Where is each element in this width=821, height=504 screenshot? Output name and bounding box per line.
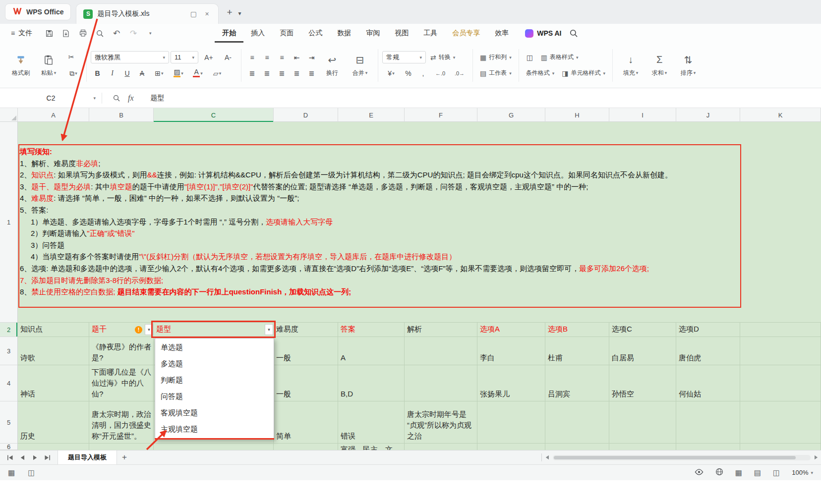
redo-icon[interactable]: ↷ <box>127 27 139 39</box>
cell-D2[interactable]: 难易度 <box>274 323 338 337</box>
wps-ai-button[interactable]: WPS AI <box>525 29 561 38</box>
cell-B5[interactable]: 唐太宗时期，政治清明，国力强盛史称“开元盛世”。 <box>89 401 154 444</box>
comma-format-button[interactable]: , <box>416 67 430 79</box>
cell-F3[interactable] <box>405 337 477 365</box>
cell-K4[interactable] <box>740 365 821 401</box>
conditional-format-button[interactable]: 条件格式▾ <box>523 67 558 79</box>
cell-H2[interactable]: 选项B <box>545 323 609 337</box>
format-painter-button[interactable]: 格式刷 <box>7 48 35 83</box>
eye-protection-icon[interactable] <box>695 468 704 477</box>
cell-H5[interactable] <box>545 401 609 444</box>
cell-G3[interactable]: 李白 <box>477 337 545 365</box>
validation-dropdown-button[interactable]: ▾ <box>145 324 153 335</box>
export-pdf-icon[interactable] <box>60 27 72 39</box>
column-header-I[interactable]: I <box>609 108 676 122</box>
formula-input[interactable]: 题型 <box>151 94 165 103</box>
dropdown-item-6[interactable]: 主观填空题 <box>155 421 274 438</box>
insert-function-button[interactable]: fx <box>128 94 134 103</box>
row-header-5[interactable]: 5 <box>0 401 17 444</box>
row-header-1[interactable]: 1 <box>0 122 17 323</box>
row-header-2[interactable]: 2 <box>0 323 17 337</box>
cell-I2[interactable]: 选项C <box>609 323 676 337</box>
align-center-button[interactable]: ≣ <box>260 67 274 79</box>
increase-decimal-button[interactable]: .0→ <box>451 67 469 79</box>
row-header-6[interactable]: 6 <box>0 444 17 450</box>
horizontal-scrollbar-thumb[interactable] <box>554 456 796 459</box>
align-left-button[interactable]: ≣ <box>245 67 259 79</box>
cell-G5[interactable] <box>477 401 545 444</box>
decrease-decimal-button[interactable]: ←.0 <box>431 67 449 79</box>
view-page-break-icon[interactable]: ◫ <box>773 468 780 477</box>
percent-format-button[interactable]: % <box>402 67 415 79</box>
column-header-D[interactable]: D <box>274 108 338 122</box>
align-bottom-button[interactable]: ≡ <box>275 51 289 63</box>
ribbon-tab-0[interactable]: 开始 <box>215 24 243 43</box>
window-switch-icon[interactable]: ◫ <box>28 468 35 477</box>
cell-style-button[interactable]: ◨单元格样式▾ <box>559 67 608 79</box>
italic-button[interactable]: I <box>106 67 119 79</box>
ribbon-tab-4[interactable]: 数据 <box>330 24 358 43</box>
fill-color-button[interactable]: ▨▾ <box>170 67 187 79</box>
cell-J6[interactable] <box>676 444 740 450</box>
rows-columns-button[interactable]: ▦行和列▾ <box>477 51 515 63</box>
tab-list-button[interactable]: ▾ <box>238 10 241 17</box>
cell-reference-box[interactable]: C2 ▾ <box>0 88 102 108</box>
align-top-button[interactable]: ≡ <box>245 51 259 63</box>
search-icon[interactable] <box>569 29 578 38</box>
cell-H6[interactable] <box>545 444 609 450</box>
view-normal-icon[interactable]: ▦ <box>735 468 742 477</box>
select-all-corner[interactable] <box>0 108 18 121</box>
document-tab[interactable]: S 题目导入模板.xls ▢ × <box>76 3 219 24</box>
column-header-K[interactable]: K <box>740 108 821 122</box>
currency-format-button[interactable]: ¥▾ <box>382 67 400 79</box>
zoom-control[interactable]: 100% ▾ <box>792 469 813 476</box>
cell-F5[interactable]: 唐太宗时期年号是“贞观”所以称为贞观之治 <box>405 401 477 444</box>
cell-K3[interactable] <box>740 337 821 365</box>
strikethrough-button[interactable]: A <box>135 67 149 79</box>
row-header-4[interactable]: 4 <box>0 365 17 401</box>
cell-G2[interactable]: 选项A <box>477 323 545 337</box>
ribbon-tab-1[interactable]: 插入 <box>243 24 272 43</box>
cell-K2[interactable] <box>740 323 821 337</box>
borders-button[interactable]: ⊞▾ <box>150 67 168 79</box>
cell-J3[interactable]: 唐伯虎 <box>676 337 740 365</box>
new-document-button[interactable]: + <box>227 7 232 18</box>
spreadsheet-grid[interactable]: 123456 填写须知:1、解析、难易度非必填;2、知识点: 如果填写为多级模式… <box>0 122 821 450</box>
font-color-button[interactable]: A▾ <box>189 67 207 79</box>
cell-D3[interactable]: 一般 <box>274 337 338 365</box>
cell-B4[interactable]: 下面哪几位是《八仙过海》中的八仙? <box>89 365 154 401</box>
validation-dropdown-button[interactable]: ▾ <box>265 324 273 335</box>
cell-A5[interactable]: 历史 <box>18 401 89 444</box>
warning-icon[interactable]: ! <box>135 326 142 334</box>
cell-H3[interactable]: 杜甫 <box>545 337 609 365</box>
font-size-select[interactable]: 11▾ <box>171 51 198 63</box>
cell-F6[interactable] <box>405 444 477 450</box>
font-family-select[interactable]: 微软雅黑▾ <box>91 51 169 63</box>
save-icon[interactable] <box>43 27 55 39</box>
dropdown-item-4[interactable]: 问答题 <box>155 389 274 405</box>
ribbon-tab-6[interactable]: 视图 <box>387 24 416 43</box>
cell-E6[interactable]: 富强、民主、文 <box>338 444 405 450</box>
dropdown-item-2[interactable]: 多选题 <box>155 356 274 372</box>
view-layout-icon[interactable]: ▤ <box>754 468 761 477</box>
cell-E3[interactable]: A <box>338 337 405 365</box>
increase-indent-button[interactable]: ⇥ <box>305 51 318 63</box>
convert-button[interactable]: ⇄转换▾ <box>427 51 458 63</box>
cell-J2[interactable]: 选项D <box>676 323 740 337</box>
cell-D4[interactable]: 一般 <box>274 365 338 401</box>
cell-F4[interactable] <box>405 365 477 401</box>
cell-K5[interactable] <box>740 401 821 444</box>
align-middle-button[interactable]: ≡ <box>260 51 274 63</box>
cell-A1-instructions[interactable]: 填写须知:1、解析、难易度非必填;2、知识点: 如果填写为多级模式，则用&&连接… <box>18 122 821 323</box>
previous-sheet-icon[interactable] <box>16 450 29 464</box>
task-pane-icon[interactable]: ▦ <box>8 468 15 477</box>
worksheet-button[interactable]: ▤工作表▾ <box>477 67 515 79</box>
undo-icon[interactable]: ↶ <box>111 27 122 39</box>
row-header-3[interactable]: 3 <box>0 337 17 365</box>
cell-G6[interactable] <box>477 444 545 450</box>
cell-J5[interactable] <box>676 401 740 444</box>
fill-button[interactable]: ↓ 填充▾ <box>617 48 645 83</box>
cell-J4[interactable]: 何仙姑 <box>676 365 740 401</box>
dropdown-item-3[interactable]: 判断题 <box>155 372 274 389</box>
scroll-right-icon[interactable] <box>814 453 818 462</box>
